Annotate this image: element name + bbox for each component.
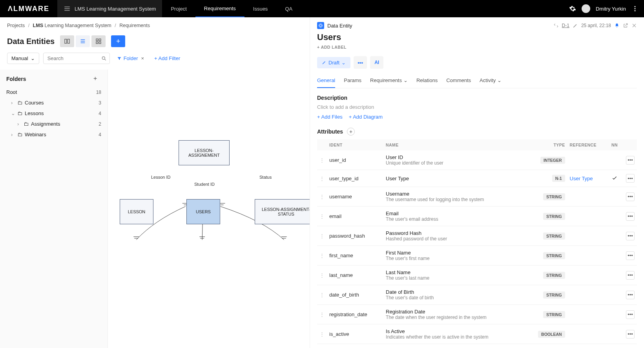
folder-item-assignments[interactable]: ›🗀Assignments2 [0, 119, 108, 129]
entity-id[interactable]: D-1 [562, 23, 569, 28]
panel-tab-activity[interactable]: Activity⌄ [480, 73, 502, 88]
attribute-row[interactable]: ⋮ is_active Is ActiveIndicates whether t… [317, 324, 637, 344]
project-selector[interactable]: LMS Learning Management System [57, 0, 162, 17]
view-columns-button[interactable] [60, 35, 74, 47]
drag-handle-icon[interactable]: ⋮ [317, 285, 327, 305]
row-more-button[interactable]: ••• [626, 271, 635, 280]
panel-tab-general[interactable]: General [317, 73, 335, 88]
add-entity-button[interactable]: + [111, 35, 125, 47]
attribute-row[interactable]: ⋮ user_id User IDUnique identifier of th… [317, 150, 637, 170]
add-attribute-button[interactable]: + [347, 128, 355, 136]
nav-tab-qa[interactable]: QA [276, 0, 301, 17]
add-folder-button[interactable]: + [93, 75, 101, 83]
bell-icon[interactable] [614, 23, 620, 28]
avatar[interactable] [582, 4, 590, 13]
add-files-link[interactable]: + Add Files [317, 114, 343, 120]
drag-handle-icon[interactable]: ⋮ [317, 305, 327, 324]
breadcrumb-projects[interactable]: Projects [7, 23, 25, 28]
panel-tab-requirements[interactable]: Requirements⌄ [370, 73, 408, 88]
row-more-button[interactable]: ••• [626, 212, 635, 221]
logo: ΛLMWARE [0, 5, 57, 13]
close-icon[interactable] [631, 23, 637, 28]
attr-nn [609, 305, 624, 324]
manual-select[interactable]: Manual ⌄ [7, 53, 39, 64]
add-diagram-link[interactable]: + Add Diagram [349, 114, 383, 120]
attribute-row[interactable]: ⋮ first_name First NameThe user's first … [317, 246, 637, 266]
kebab-icon[interactable] [631, 5, 639, 12]
drag-handle-icon[interactable]: ⋮ [317, 150, 327, 170]
attribute-row[interactable]: ⋮ last_name Last NameThe user's last nam… [317, 266, 637, 285]
attr-nn [609, 285, 624, 305]
edge-label: Student ID [193, 182, 215, 187]
folders-header: Folders + [0, 75, 108, 87]
col-reference: REFERENCE [567, 139, 609, 150]
attr-type: STRING [525, 266, 567, 285]
add-filter-link[interactable]: + Add Filter [154, 55, 180, 61]
diagram-canvas[interactable]: LESSON-ASSIGNEMENTLESSONUSERSLESSON-ASSI… [108, 70, 310, 348]
row-more-button[interactable]: ••• [626, 291, 635, 299]
attr-name: User Type [383, 170, 525, 187]
nav-tab-issues[interactable]: Issues [244, 0, 277, 17]
drag-handle-icon[interactable]: ⋮ [317, 226, 327, 246]
attribute-row[interactable]: ⋮ username UsernameThe username used for… [317, 187, 637, 207]
drag-handle-icon[interactable]: ⋮ [317, 187, 327, 207]
entity-title[interactable]: Users [317, 32, 637, 42]
folder-filter[interactable]: Folder × [114, 54, 147, 63]
folder-icon: 🗀 [17, 100, 22, 106]
attribute-row[interactable]: ⋮ password_hash Password HashHashed pass… [317, 226, 637, 246]
nav-tab-requirements[interactable]: Requirements [195, 0, 244, 17]
attribute-row[interactable]: ⋮ email EmailThe user's email address ST… [317, 207, 637, 226]
add-label-button[interactable]: + ADD LABEL [317, 45, 347, 49]
attribute-row[interactable]: ⋮ registration_date Registration DateThe… [317, 305, 637, 324]
svg-point-1 [635, 8, 636, 9]
drag-handle-icon[interactable]: ⋮ [317, 207, 327, 226]
drag-handle-icon[interactable]: ⋮ [317, 266, 327, 285]
folder-item-lessons[interactable]: ⌄🗀Lessons4 [0, 108, 108, 119]
panel-tab-comments[interactable]: Comments [446, 73, 471, 88]
search-input[interactable] [43, 53, 110, 64]
row-more-button[interactable]: ••• [626, 232, 635, 240]
row-more-button[interactable]: ••• [626, 156, 635, 165]
timestamp: 25 april, 22:18 [581, 23, 611, 28]
more-actions-button[interactable]: ••• [354, 56, 367, 69]
attr-name: User IDUnique identifier of the user [383, 150, 525, 170]
panel-tab-params[interactable]: Params [344, 73, 361, 88]
gear-icon[interactable] [569, 5, 576, 12]
drag-handle-icon[interactable]: ⋮ [317, 324, 327, 344]
external-link-icon[interactable] [623, 23, 628, 28]
folder-item-courses[interactable]: ›🗀Courses3 [0, 97, 108, 108]
description-input[interactable]: Click to add a description [317, 104, 637, 110]
drag-handle-icon[interactable]: ⋮ [317, 170, 327, 187]
breadcrumb-requirements[interactable]: Requirements [119, 23, 150, 28]
row-more-button[interactable]: ••• [626, 174, 635, 183]
panel-header-right: D-1 25 april, 22:18 [553, 23, 637, 28]
attribute-row[interactable]: ⋮ date_of_birth Date of BirthThe user's … [317, 285, 637, 305]
attr-ident: email [327, 207, 383, 226]
entity-node-users[interactable]: USERS [186, 199, 220, 224]
clear-filter-icon[interactable]: × [141, 55, 144, 61]
entity-node-la[interactable]: LESSON-ASSIGNEMENT [179, 140, 230, 165]
pencil-icon[interactable] [573, 23, 578, 28]
folder-root[interactable]: Root 18 [0, 87, 108, 97]
folder-item-webinars[interactable]: ›🗀Webinars4 [0, 129, 108, 140]
panel-tab-relations[interactable]: Relations [416, 73, 438, 88]
attr-name: Last NameThe user's last name [383, 266, 525, 285]
entity-node-lesson[interactable]: LESSON [120, 199, 153, 224]
nav-tab-project[interactable]: Project [162, 0, 195, 17]
attribute-row[interactable]: ⋮ user_type_id User Type N-1 User Type •… [317, 170, 637, 187]
entity-node-las[interactable]: LESSON-ASSIGNMENT-STATUS [255, 199, 310, 224]
row-more-button[interactable]: ••• [626, 330, 635, 339]
breadcrumb-project[interactable]: LMS Learning Management System [33, 23, 111, 28]
status-draft-button[interactable]: Draft ⌄ [317, 57, 350, 68]
filter-icon [117, 56, 122, 61]
ai-button[interactable]: AI [370, 56, 383, 69]
drag-handle-icon[interactable]: ⋮ [317, 246, 327, 266]
row-more-button[interactable]: ••• [626, 251, 635, 260]
row-more-button[interactable]: ••• [626, 310, 635, 319]
view-list-button[interactable] [76, 35, 90, 47]
chevron-icon: › [11, 100, 16, 106]
row-more-button[interactable]: ••• [626, 192, 635, 201]
attr-reference[interactable]: User Type [567, 170, 609, 187]
view-grid-button[interactable] [91, 35, 106, 47]
relation-icon[interactable] [553, 23, 559, 28]
